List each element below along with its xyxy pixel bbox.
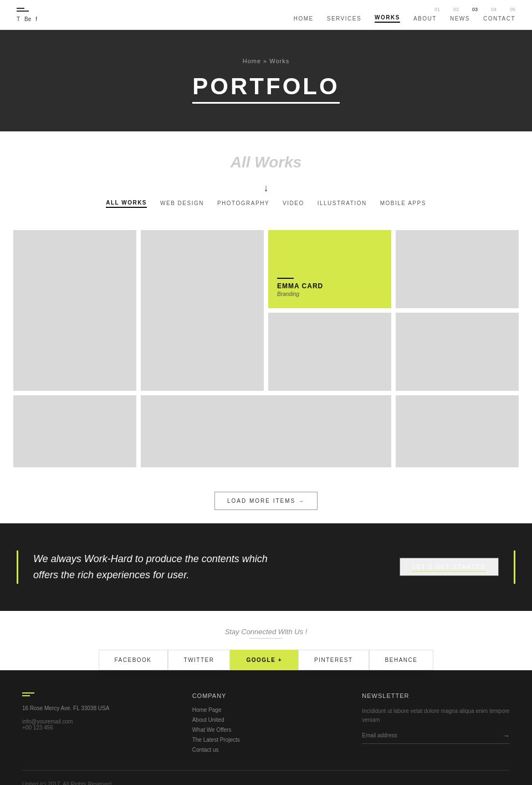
load-more-button[interactable]: LOAD MORE ITEMS [214, 492, 318, 510]
social-facebook[interactable]: FACEBOOK [99, 650, 168, 670]
stay-connected-label: Stay Connected With Us ! [11, 628, 521, 636]
footer-link-offers[interactable]: What We Offers [192, 727, 340, 733]
footer-link-about[interactable]: About United [192, 717, 340, 723]
footer-company-title: COMPANY [192, 692, 340, 699]
newsletter-email-input[interactable] [362, 732, 502, 738]
footer-company-col: COMPANY Home Page About United What We O… [192, 692, 340, 757]
card-subtitle: Branding [277, 291, 323, 297]
down-arrow-icon: ↓ [17, 182, 515, 194]
nav-about[interactable]: ABOUT [413, 16, 437, 22]
social-behance[interactable]: BEHANCE [369, 650, 434, 670]
footer-logo-line-2 [22, 695, 30, 696]
cta-section: We always Work-Hard to produce the conte… [0, 523, 532, 611]
social-section: Stay Connected With Us ! FACEBOOK TWITTE… [0, 611, 532, 670]
nav-services[interactable]: SERVICES [327, 16, 361, 22]
footer: 16 Rose Mercy Ave. FL 33038 USA info@you… [0, 670, 532, 785]
nav-home[interactable]: HOME [294, 16, 314, 22]
header-social-icons: T Be f [17, 16, 37, 22]
main-nav: 01 02 03 04 05 HOME SERVICES WORKS ABOUT… [294, 7, 515, 23]
social-buttons-row: FACEBOOK TWITTER GOOGLE + PINTEREST BEHA… [11, 650, 521, 670]
copyright-text: United (c) 2017. All Rights Reserved [22, 781, 111, 785]
page-title: PORTFOLO [192, 73, 339, 104]
filter-web-design[interactable]: WEB DESIGN [160, 200, 204, 207]
nav-works[interactable]: WORKS [375, 14, 400, 23]
grid-item-1[interactable] [13, 230, 136, 391]
filter-all-works[interactable]: ALL WORKS [106, 200, 147, 208]
footer-address: 16 Rose Mercy Ave. FL 33038 USA [22, 704, 170, 713]
grid-item-9[interactable] [396, 395, 519, 467]
newsletter-input-row: → [362, 731, 510, 744]
cta-text: We always Work-Hard to produce the conte… [33, 551, 277, 583]
logo-icon [17, 8, 37, 12]
card-line [277, 278, 294, 279]
grid-item-6[interactable] [396, 313, 519, 391]
logo-line-1 [17, 8, 24, 9]
filter-tabs: ALL WORKS WEB DESIGN PHOTOGRAPHY VIDEO I… [17, 200, 515, 208]
grid-item-5[interactable] [268, 313, 391, 391]
footer-contact-2: +00 123 456 [22, 725, 170, 731]
grid-item-4[interactable] [396, 230, 519, 308]
breadcrumb: Home » Works [17, 58, 515, 64]
social-google[interactable]: GOOGLE + [230, 650, 298, 670]
nav-news[interactable]: NEWS [450, 16, 470, 22]
grid-item-8[interactable] [141, 395, 391, 467]
load-more-section: LOAD MORE ITEMS [0, 478, 532, 523]
footer-link-contact[interactable]: Contact us [192, 747, 340, 753]
portfolio-grid: EMMA CARD Branding [0, 219, 532, 478]
stay-line [249, 638, 283, 639]
logo-area: T Be f [17, 8, 37, 22]
footer-bottom: United (c) 2017. All Rights Reserved [22, 770, 510, 785]
card-info: EMMA CARD Branding [277, 278, 323, 297]
filter-photography[interactable]: PHOTOGRAPHY [217, 200, 269, 207]
grid-item-7[interactable] [13, 395, 136, 467]
nav-contact[interactable]: CONTACT [483, 16, 515, 22]
filter-illustration[interactable]: ILLUSTRATION [318, 200, 367, 207]
filter-mobile-apps[interactable]: MOBILE APPS [380, 200, 426, 207]
social-twitter[interactable]: TWITTER [168, 650, 231, 670]
filter-section: All Works ↓ ALL WORKS WEB DESIGN PHOTOGR… [0, 131, 532, 219]
newsletter-submit-arrow[interactable]: → [502, 731, 510, 740]
footer-logo [22, 692, 170, 696]
footer-newsletter-col: NEWSLETTER Incididunt ut labore vetat do… [362, 692, 510, 757]
site-header: T Be f 01 02 03 04 05 HOME SERVICES WORK… [0, 0, 532, 30]
footer-newsletter-title: NEWSLETTER [362, 692, 510, 699]
nav-num-1: 01 [434, 7, 440, 12]
facebook-icon[interactable]: f [35, 16, 37, 22]
behance-icon[interactable]: Be [24, 16, 31, 22]
filter-video[interactable]: VIDEO [283, 200, 304, 207]
grid-item-highlighted[interactable]: EMMA CARD Branding [268, 230, 391, 308]
cta-button[interactable]: LET'S GET STARTED [400, 558, 499, 576]
nav-num-3: 03 [472, 7, 478, 12]
footer-brand-col: 16 Rose Mercy Ave. FL 33038 USA info@you… [22, 692, 170, 757]
nav-num-5: 05 [510, 7, 515, 12]
footer-link-projects[interactable]: The Latest Projects [192, 737, 340, 743]
nav-num-2: 02 [453, 7, 459, 12]
footer-contact-1: info@youremail.com [22, 718, 170, 725]
nav-links: HOME SERVICES WORKS ABOUT NEWS CONTACT [294, 14, 515, 23]
cta-button-label: LET'S GET STARTED [412, 564, 486, 572]
twitter-icon[interactable]: T [17, 16, 20, 22]
section-title: All Works [17, 154, 515, 171]
grid-item-2[interactable] [141, 230, 264, 391]
footer-grid: 16 Rose Mercy Ave. FL 33038 USA info@you… [22, 692, 510, 757]
cta-right-accent [514, 550, 515, 584]
nav-num-4: 04 [491, 7, 497, 12]
footer-link-home[interactable]: Home Page [192, 707, 340, 713]
logo-line-2 [17, 11, 29, 12]
social-pinterest[interactable]: PINTEREST [298, 650, 369, 670]
footer-newsletter-text: Incididunt ut labore vetat dolore magna … [362, 707, 510, 725]
card-title: EMMA CARD [277, 282, 323, 290]
cta-left-accent [17, 550, 18, 584]
hero-section: Home » Works PORTFOLO [0, 30, 532, 131]
footer-logo-line-1 [22, 692, 34, 694]
